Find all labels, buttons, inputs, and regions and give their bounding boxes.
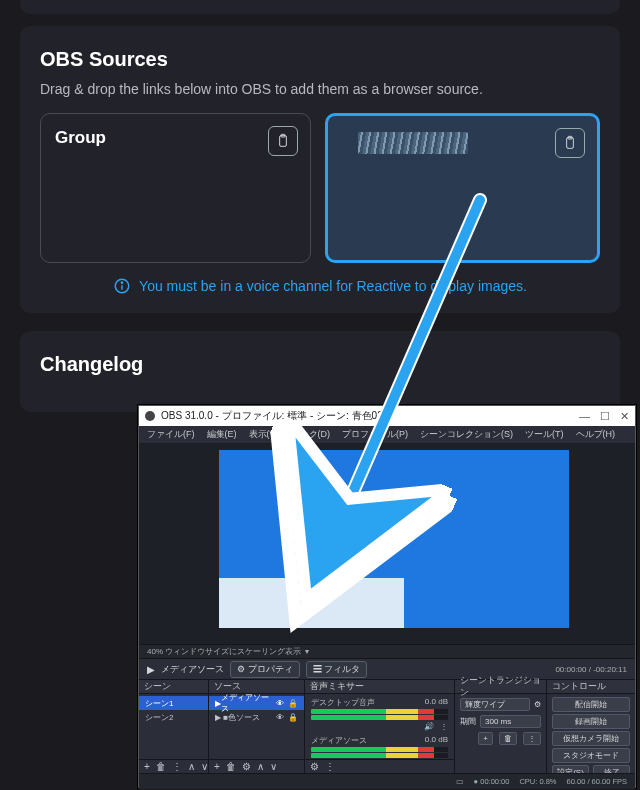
- redacted-label: [358, 132, 468, 154]
- lock-icon[interactable]: 🔒: [288, 713, 298, 722]
- status-rec: 00:00:00: [480, 777, 509, 786]
- window-controls: — ☐ ✕: [579, 410, 629, 423]
- obs-menubar: ファイル(F) 編集(E) 表示(V) ドック(D) プロファイル(P) シーン…: [139, 426, 635, 444]
- source-item[interactable]: ▶ ■ 色ソース👁🔒: [209, 710, 304, 724]
- menu-edit[interactable]: 編集(E): [207, 428, 237, 441]
- exit-button[interactable]: 終了: [593, 765, 630, 773]
- scene-item[interactable]: シーン1: [139, 696, 208, 710]
- prev-panel-edge: [20, 0, 620, 14]
- dock-scenes: シーン シーン1 シーン2 + 🗑 ⋮ ∧ ∨: [139, 680, 209, 773]
- preview-overlay-source: [219, 578, 404, 628]
- obs-sources-panel: OBS Sources Drag & drop the links below …: [20, 26, 620, 313]
- obs-app-icon: [145, 411, 155, 421]
- source-cards: Group: [40, 113, 600, 263]
- copy-button[interactable]: [268, 126, 298, 156]
- changelog-heading: Changelog: [40, 353, 600, 376]
- sources-footer: + 🗑 ⚙ ∧ ∨: [209, 759, 304, 773]
- status-network-icon: ▭: [456, 777, 464, 786]
- properties-button[interactable]: ⚙ プロパティ: [230, 661, 300, 678]
- obs-titlebar[interactable]: OBS 31.0.0 - プロファイル: 標準 - シーン: 青色02 — ☐ …: [139, 406, 635, 426]
- start-record-button[interactable]: 録画開始: [552, 714, 630, 729]
- up-icon[interactable]: ∧: [257, 761, 264, 772]
- close-button[interactable]: ✕: [620, 410, 629, 423]
- up-icon[interactable]: ∧: [188, 761, 195, 772]
- duration-label: 期間: [460, 716, 476, 727]
- preview-zoom-bar: 40% ウィンドウサイズにスケーリング表示 ▾: [139, 644, 635, 658]
- notice-text: You must be in a voice channel for React…: [139, 278, 527, 294]
- down-icon[interactable]: ∨: [201, 761, 208, 772]
- changelog-panel: Changelog: [20, 331, 620, 412]
- dock-controls: コントロール 配信開始 録画開始 仮想カメラ開始 スタジオモード 設定(S) 終…: [547, 680, 635, 773]
- mixer-footer: ⚙ ⋮: [305, 759, 454, 773]
- dock-transitions: シーントランジション 輝度ワイプ⚙ 期間300 ms +🗑⋮: [455, 680, 547, 773]
- obs-statusbar: ▭ ● 00:00:00 CPU: 0.8% 60.00 / 60.00 FPS: [139, 774, 635, 789]
- menu-scene-collection[interactable]: シーンコレクション(S): [420, 428, 513, 441]
- obs-docks: シーン シーン1 シーン2 + 🗑 ⋮ ∧ ∨ ソース ▶ メディアソース👁🔒 …: [139, 680, 635, 774]
- chevron-down-icon[interactable]: ▾: [305, 647, 309, 656]
- dock-mixer: 音声ミキサー デスクトップ音声0.0 dB 🔊⋮ メディアソース0.0 dB 🔊…: [305, 680, 455, 773]
- mixer-channel: デスクトップ音声0.0 dB 🔊⋮: [305, 696, 454, 734]
- sources-subtext: Drag & drop the links below into OBS to …: [40, 81, 600, 97]
- remove-icon[interactable]: 🗑: [499, 732, 517, 745]
- add-icon[interactable]: +: [144, 761, 150, 772]
- filters-button[interactable]: ☰ フィルタ: [306, 661, 368, 678]
- more-icon[interactable]: ⋮: [523, 732, 541, 745]
- menu-dock[interactable]: ドック(D): [291, 428, 331, 441]
- voice-channel-notice: You must be in a voice channel for React…: [40, 277, 600, 295]
- audio-meter: [311, 709, 448, 714]
- dock-head-mixer: 音声ミキサー: [310, 681, 364, 693]
- add-icon[interactable]: +: [478, 732, 493, 745]
- minimize-button[interactable]: —: [579, 410, 590, 423]
- remove-icon[interactable]: 🗑: [156, 761, 166, 772]
- time-remain: -00:20:11: [593, 665, 627, 674]
- start-vcam-button[interactable]: 仮想カメラ開始: [552, 731, 630, 746]
- filter-icon[interactable]: ⋮: [172, 761, 182, 772]
- dock-head-controls: コントロール: [552, 681, 606, 693]
- start-stream-button[interactable]: 配信開始: [552, 697, 630, 712]
- menu-profile[interactable]: プロファイル(P): [342, 428, 408, 441]
- add-icon[interactable]: +: [214, 761, 220, 772]
- media-toolbar: ▶ メディアソース ⚙ プロパティ ☰ フィルタ 00:00:00 / -00:…: [139, 658, 635, 680]
- dock-sources: ソース ▶ メディアソース👁🔒 ▶ ■ 色ソース👁🔒 + 🗑 ⚙ ∧ ∨: [209, 680, 305, 773]
- menu-view[interactable]: 表示(V): [249, 428, 279, 441]
- play-icon[interactable]: ▶: [147, 664, 155, 675]
- source-card-individual[interactable]: [325, 113, 600, 263]
- maximize-button[interactable]: ☐: [600, 410, 610, 423]
- clipboard-icon: [562, 135, 578, 151]
- settings-icon[interactable]: ⚙: [242, 761, 251, 772]
- source-item[interactable]: ▶ メディアソース👁🔒: [209, 696, 304, 710]
- source-card-group[interactable]: Group: [40, 113, 311, 263]
- menu-tools[interactable]: ツール(T): [525, 428, 564, 441]
- volume-icon[interactable]: 🔊: [424, 722, 434, 731]
- mixer-channel: メディアソース0.0 dB 🔊⋮: [305, 734, 454, 759]
- down-icon[interactable]: ∨: [270, 761, 277, 772]
- duration-input[interactable]: 300 ms: [480, 715, 541, 728]
- menu-help[interactable]: ヘルプ(H): [576, 428, 616, 441]
- scenes-footer: + 🗑 ⋮ ∧ ∨: [139, 759, 208, 773]
- settings-button[interactable]: 設定(S): [552, 765, 589, 773]
- sources-heading: OBS Sources: [40, 48, 600, 71]
- settings-icon[interactable]: ⚙: [534, 700, 541, 709]
- clipboard-icon: [275, 133, 291, 149]
- menu-file[interactable]: ファイル(F): [147, 428, 195, 441]
- settings-icon[interactable]: ⚙: [310, 761, 319, 772]
- card-title: Group: [55, 128, 296, 148]
- status-cpu: CPU: 0.8%: [519, 777, 556, 786]
- eye-icon[interactable]: 👁: [276, 713, 284, 722]
- lock-icon[interactable]: 🔒: [288, 699, 298, 708]
- status-fps: 60.00 / 60.00 FPS: [567, 777, 627, 786]
- transition-select[interactable]: 輝度ワイプ: [460, 698, 530, 711]
- scene-item[interactable]: シーン2: [139, 710, 208, 724]
- preview-canvas: [199, 450, 569, 636]
- remove-icon[interactable]: 🗑: [226, 761, 236, 772]
- more-icon[interactable]: ⋮: [325, 761, 335, 772]
- studio-mode-button[interactable]: スタジオモード: [552, 748, 630, 763]
- audio-meter: [311, 715, 448, 720]
- obs-title: OBS 31.0.0 - プロファイル: 標準 - シーン: 青色02: [161, 409, 383, 423]
- copy-button[interactable]: [555, 128, 585, 158]
- more-icon[interactable]: ⋮: [440, 722, 448, 731]
- obs-preview[interactable]: [139, 444, 635, 644]
- info-icon: [113, 277, 131, 295]
- svg-point-6: [121, 282, 122, 283]
- eye-icon[interactable]: 👁: [276, 699, 284, 708]
